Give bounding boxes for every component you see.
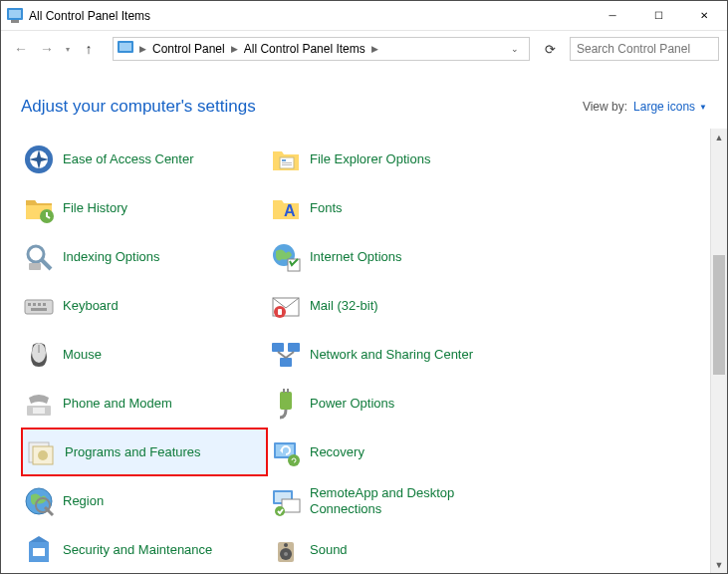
chevron-right-icon[interactable]: ▶ xyxy=(137,44,148,54)
items-area: Ease of Access CenterFile Explorer Optio… xyxy=(1,129,710,573)
svg-rect-4 xyxy=(120,43,131,51)
remoteapp-icon xyxy=(270,485,302,517)
item-label: Internet Options xyxy=(310,249,402,265)
minimize-button[interactable]: ─ xyxy=(590,1,635,31)
internet-icon xyxy=(270,241,302,273)
item-label: Ease of Access Center xyxy=(63,151,194,167)
control-panel-item[interactable]: Power Options xyxy=(268,379,515,428)
chevron-right-icon[interactable]: ▶ xyxy=(369,44,380,54)
control-panel-item[interactable]: File Explorer Options xyxy=(268,135,515,183)
view-by-label: View by: xyxy=(583,100,627,114)
control-panel-item[interactable]: Recovery xyxy=(268,428,515,476)
view-by-selector[interactable]: Large icons ▼ xyxy=(633,100,707,114)
search-input[interactable] xyxy=(577,42,712,56)
maximize-button[interactable]: ☐ xyxy=(635,1,681,31)
chevron-down-icon: ▼ xyxy=(699,103,707,112)
keyboard-icon xyxy=(23,290,55,322)
control-panel-item[interactable]: Region xyxy=(21,476,268,525)
control-panel-item[interactable]: Internet Options xyxy=(268,232,515,281)
security-icon xyxy=(23,534,55,566)
control-panel-item[interactable]: Indexing Options xyxy=(21,232,268,281)
control-panel-icon xyxy=(118,41,133,57)
phone-icon xyxy=(23,388,55,420)
item-label: Keyboard xyxy=(63,298,119,314)
control-panel-item[interactable]: Network and Sharing Center xyxy=(268,330,515,379)
search-box[interactable] xyxy=(570,37,719,61)
power-icon xyxy=(270,388,302,420)
control-panel-item[interactable]: Ease of Access Center xyxy=(21,135,268,183)
item-label: Fonts xyxy=(310,200,343,216)
titlebar: All Control Panel Items ─ ☐ ✕ xyxy=(1,1,727,31)
breadcrumb[interactable]: ▶ Control Panel ▶ All Control Panel Item… xyxy=(113,37,530,61)
sound-icon xyxy=(270,534,302,566)
control-panel-item[interactable]: Keyboard xyxy=(21,281,268,330)
item-label: Security and Maintenance xyxy=(63,542,212,558)
control-panel-item[interactable]: Fonts xyxy=(268,183,515,232)
control-panel-item[interactable]: Mail (32-bit) xyxy=(268,281,515,330)
item-label: Network and Sharing Center xyxy=(310,347,473,363)
item-label: Mouse xyxy=(63,347,102,363)
scroll-down-button[interactable]: ▼ xyxy=(711,556,727,573)
region-icon xyxy=(23,485,55,517)
back-button[interactable]: ← xyxy=(9,37,33,61)
control-panel-item[interactable]: Security and Maintenance xyxy=(21,525,268,573)
scrollbar[interactable]: ▲ ▼ xyxy=(710,129,727,573)
svg-rect-2 xyxy=(11,20,19,23)
refresh-button[interactable]: ⟳ xyxy=(538,37,562,61)
item-label: Phone and Modem xyxy=(63,396,172,412)
control-panel-item[interactable]: RemoteApp and Desktop Connections xyxy=(268,476,515,525)
svg-rect-1 xyxy=(9,10,21,18)
forward-button[interactable]: → xyxy=(35,37,59,61)
up-button[interactable]: ↑ xyxy=(77,37,101,61)
breadcrumb-control-panel[interactable]: Control Panel xyxy=(148,42,229,56)
control-panel-item[interactable]: File History xyxy=(21,183,268,232)
scroll-up-button[interactable]: ▲ xyxy=(711,129,727,145)
item-label: Recovery xyxy=(310,444,364,460)
page-title: Adjust your computer's settings xyxy=(21,97,583,117)
recovery-icon xyxy=(270,436,302,468)
programs-icon xyxy=(25,436,57,468)
filehistory-icon xyxy=(23,192,55,224)
control-panel-icon xyxy=(7,8,23,24)
control-panel-item[interactable]: Phone and Modem xyxy=(21,379,268,428)
content-area: Ease of Access CenterFile Explorer Optio… xyxy=(1,129,727,573)
control-panel-item[interactable]: Mouse xyxy=(21,330,268,379)
scroll-track[interactable] xyxy=(711,145,727,556)
item-label: File Explorer Options xyxy=(310,151,430,167)
item-label: Region xyxy=(63,493,104,509)
control-panel-item[interactable]: Programs and Features xyxy=(21,428,268,476)
close-button[interactable]: ✕ xyxy=(681,1,727,31)
breadcrumb-dropdown[interactable]: ⌄ xyxy=(505,44,525,54)
network-icon xyxy=(270,339,302,371)
breadcrumb-all-items[interactable]: All Control Panel Items xyxy=(240,42,369,56)
scroll-thumb[interactable] xyxy=(713,255,725,375)
item-label: File History xyxy=(63,200,127,216)
heading-row: Adjust your computer's settings View by:… xyxy=(1,67,727,135)
control-panel-item[interactable]: Sound xyxy=(268,525,515,573)
item-label: Power Options xyxy=(310,396,394,412)
item-label: Indexing Options xyxy=(63,249,160,265)
mouse-icon xyxy=(23,339,55,371)
mail-icon xyxy=(270,290,302,322)
item-label: RemoteApp and Desktop Connections xyxy=(310,485,509,516)
navbar: ← → ▾ ↑ ▶ Control Panel ▶ All Control Pa… xyxy=(1,31,727,67)
recent-locations-button[interactable]: ▾ xyxy=(61,37,75,61)
item-label: Programs and Features xyxy=(65,444,201,460)
view-by-value: Large icons xyxy=(633,100,695,114)
ease-icon xyxy=(23,144,55,175)
folder-icon xyxy=(270,144,302,175)
chevron-right-icon[interactable]: ▶ xyxy=(229,44,240,54)
item-label: Mail (32-bit) xyxy=(310,298,378,314)
item-label: Sound xyxy=(310,542,348,558)
fonts-icon xyxy=(270,192,302,224)
indexing-icon xyxy=(23,241,55,273)
window-title: All Control Panel Items xyxy=(29,9,590,23)
